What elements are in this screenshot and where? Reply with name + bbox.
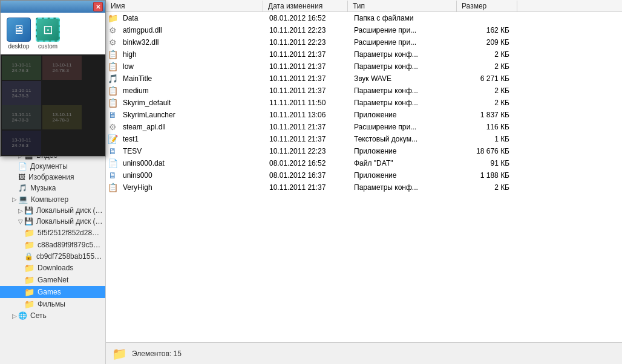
thumb-3[interactable]: 13-10-1124-78-3 bbox=[2, 81, 41, 105]
documents-icon: 📄 bbox=[18, 162, 27, 171]
thumb-5[interactable]: 13-10-1124-78-3 bbox=[42, 105, 82, 129]
col-header-type[interactable]: Тип bbox=[348, 1, 457, 11]
thumb-1[interactable]: 13-10-1124-78-3 bbox=[2, 56, 41, 80]
file-date: 10.11.2011 21:37 bbox=[267, 50, 352, 59]
computer-icon: 💻 bbox=[18, 195, 28, 204]
sidebar-label-music: Музыка bbox=[30, 184, 56, 192]
table-row[interactable]: 📋 VeryHigh 10.11.2011 21:37 Параметры ко… bbox=[106, 181, 622, 193]
file-icon: 📋 bbox=[107, 61, 118, 72]
table-row[interactable]: 📋 low 10.11.2011 21:37 Параметры конф...… bbox=[106, 60, 622, 73]
popup-close-button[interactable]: ✕ bbox=[93, 2, 103, 11]
table-row[interactable]: ⚙ atimgpud.dll 10.11.2011 22:23 Расширен… bbox=[106, 24, 622, 36]
folder-hash2-icon: 📁 bbox=[24, 240, 34, 250]
table-row[interactable]: 📋 high 10.11.2011 21:37 Параметры конф..… bbox=[106, 48, 622, 60]
table-row[interactable]: 📁 Data 08.01.2012 16:52 Папка с файлами bbox=[106, 12, 622, 24]
sidebar-label-network: Сеть bbox=[30, 311, 47, 320]
file-name: atimgpud.dll bbox=[120, 26, 267, 34]
sidebar-item-drive-d[interactable]: ▽ 💾 Локальный диск (D:) bbox=[0, 216, 105, 227]
file-name: medium bbox=[120, 86, 267, 95]
file-list-header: Имя Дата изменения Тип Размер bbox=[106, 0, 622, 12]
sidebar-item-drive-c[interactable]: ▷ 💾 Локальный диск (C:) bbox=[0, 205, 105, 216]
table-row[interactable]: 📋 Skyrim_default 11.11.2011 11:50 Параме… bbox=[106, 97, 622, 109]
sidebar-item-music[interactable]: 🎵 Музыка bbox=[0, 183, 105, 193]
file-size: 2 КБ bbox=[457, 183, 512, 192]
thumb-4[interactable]: 13-10-1124-78-3 bbox=[2, 105, 41, 129]
file-icon: 🎵 bbox=[107, 73, 118, 84]
table-row[interactable]: 📄 unins000.dat 08.01.2012 16:52 Файл "DA… bbox=[106, 157, 622, 169]
sidebar-item-images[interactable]: 🖼 Изображения bbox=[0, 172, 105, 183]
col-header-size[interactable]: Размер bbox=[457, 1, 517, 11]
file-type: Параметры конф... bbox=[352, 86, 457, 95]
sidebar-item-gamenet[interactable]: 📁 GameNet bbox=[0, 274, 105, 286]
sidebar-label-drive-d: Локальный диск (D:) bbox=[36, 217, 103, 226]
file-type: Параметры конф... bbox=[352, 99, 457, 107]
table-row[interactable]: 🖥 unins000 08.01.2012 16:37 Приложение 1… bbox=[106, 169, 622, 181]
table-row[interactable]: 📋 medium 10.11.2011 21:37 Параметры конф… bbox=[106, 85, 622, 97]
file-icon: ⚙ bbox=[107, 122, 118, 132]
file-size: 2 КБ bbox=[457, 86, 512, 95]
sidebar-item-filmy[interactable]: 📁 Фильмы bbox=[0, 298, 105, 310]
file-name: binkw32.dll bbox=[120, 38, 267, 47]
thumbnail-row-2: 13-10-1124-78-3 13-10-1124-78-3 13-10-11… bbox=[2, 105, 104, 155]
table-row[interactable]: 🖥 TESV 10.11.2011 22:23 Приложение 18 67… bbox=[106, 145, 622, 157]
file-size: 2 КБ bbox=[457, 99, 512, 107]
sidebar-item-network[interactable]: ▷ 🌐 Сеть bbox=[0, 310, 105, 321]
sidebar-item-hash1[interactable]: 📁 5f5f2512f852d288035 bbox=[0, 227, 105, 239]
file-date: 10.11.2011 21:37 bbox=[267, 135, 352, 143]
sidebar-item-computer[interactable]: ▷ 💻 Компьютер bbox=[0, 193, 105, 205]
drive-c-icon: 💾 bbox=[24, 206, 33, 215]
sidebar-item-hash3[interactable]: 🔒 cb9df7258bab155aed bbox=[0, 251, 105, 262]
file-size: 1 837 КБ bbox=[457, 111, 512, 119]
file-date: 10.11.2011 22:23 bbox=[267, 26, 352, 34]
file-name: MainTitle bbox=[120, 74, 267, 83]
popup-overlay: ✕ 🖥 desktop ⊡ custom bbox=[0, 0, 106, 157]
table-row[interactable]: ⚙ binkw32.dll 10.11.2011 22:23 Расширени… bbox=[106, 36, 622, 48]
col-header-date[interactable]: Дата изменения bbox=[263, 1, 348, 11]
file-icon: 🖥 bbox=[107, 109, 118, 120]
table-row[interactable]: 🎵 MainTitle 10.11.2011 21:37 Звук WAVE 6… bbox=[106, 73, 622, 85]
file-icon: 📋 bbox=[107, 182, 118, 193]
thumbnail-row: 13-10-1124-78-3 13-10-1124-78-3 13-10-11… bbox=[2, 56, 104, 105]
popup-desktop-item[interactable]: 🖥 desktop bbox=[7, 18, 31, 50]
file-size: 1 КБ bbox=[457, 135, 512, 143]
file-type: Приложение bbox=[352, 111, 457, 119]
thumb-2[interactable]: 13-10-1124-78-3 bbox=[42, 56, 82, 80]
popup-custom-item[interactable]: ⊡ custom bbox=[36, 18, 60, 50]
file-icon: 📄 bbox=[107, 158, 118, 169]
status-bar: 📁 Элементов: 15 bbox=[106, 342, 622, 364]
file-name: TESV bbox=[120, 147, 267, 155]
thumb-6[interactable]: 13-10-1124-78-3 bbox=[2, 131, 41, 155]
table-row[interactable]: 🖥 SkyrimLauncher 10.11.2011 13:06 Прилож… bbox=[106, 109, 622, 121]
sidebar-label-gamenet: GameNet bbox=[38, 276, 68, 284]
file-name: unins000 bbox=[120, 171, 267, 180]
file-name: VeryHigh bbox=[120, 183, 267, 192]
file-size: 1 188 КБ bbox=[457, 171, 512, 180]
sidebar-item-downloads-d[interactable]: 📁 Downloads bbox=[0, 262, 105, 274]
file-size: 18 676 КБ bbox=[457, 147, 512, 155]
file-type: Файл "DAT" bbox=[352, 159, 457, 167]
popup-desktop-icon-box: 🖥 bbox=[7, 18, 31, 42]
file-icon: 📋 bbox=[107, 49, 118, 60]
sidebar-label-hash3: cb9df7258bab155aed bbox=[36, 252, 103, 261]
sidebar: ▼ ★ Избранное 📁 Загрузки ✕ 🖥 bbox=[0, 0, 106, 364]
file-date: 08.01.2012 16:52 bbox=[267, 159, 352, 167]
content-area: Имя Дата изменения Тип Размер 📁 Data 08.… bbox=[106, 0, 622, 364]
sidebar-item-hash2[interactable]: 📁 c88ad89f9f879c5605 bbox=[0, 239, 105, 251]
folder-hash1-icon: 📁 bbox=[24, 228, 34, 238]
file-size: 116 КБ bbox=[457, 123, 512, 131]
file-date: 10.11.2011 21:37 bbox=[267, 123, 352, 131]
file-size: 209 КБ bbox=[457, 38, 512, 47]
file-icon: 📝 bbox=[107, 134, 118, 145]
file-type: Параметры конф... bbox=[352, 62, 457, 71]
sidebar-item-games[interactable]: 📁 Games bbox=[0, 286, 105, 298]
file-size: 91 КБ bbox=[457, 159, 512, 167]
col-header-name[interactable]: Имя bbox=[106, 1, 263, 11]
table-row[interactable]: 📝 test1 10.11.2011 21:37 Текстовый докум… bbox=[106, 133, 622, 145]
sidebar-label-filmy: Фильмы bbox=[38, 300, 65, 308]
sidebar-label-games: Games bbox=[38, 288, 61, 296]
file-name: SkyrimLauncher bbox=[120, 111, 267, 119]
file-type: Папка с файлами bbox=[352, 14, 457, 22]
sidebar-item-documents[interactable]: 📄 Документы bbox=[0, 161, 105, 172]
custom-icon: ⊡ bbox=[43, 22, 53, 37]
table-row[interactable]: ⚙ steam_api.dll 10.11.2011 21:37 Расшире… bbox=[106, 121, 622, 133]
